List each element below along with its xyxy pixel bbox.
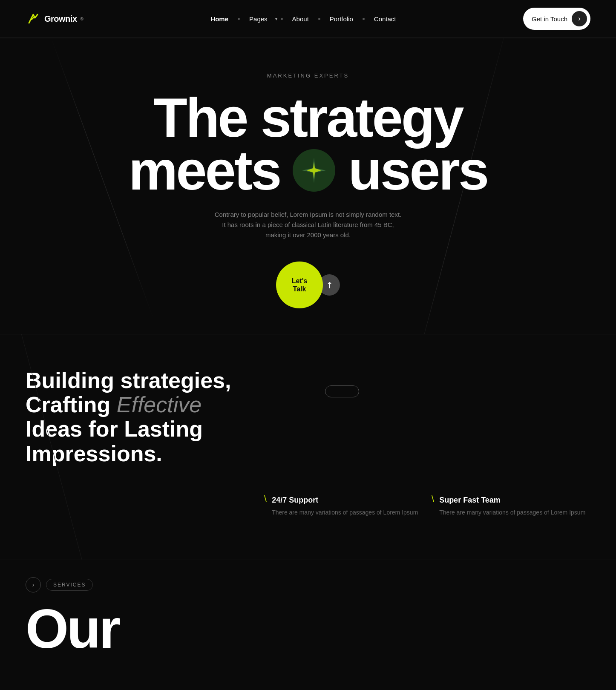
hero-subtitle: MARKETING EXPERTS [26, 72, 590, 79]
feature-slash-support: \ [264, 494, 267, 504]
hero-section: MARKETING EXPERTS The strategy meets use… [0, 38, 616, 334]
pages-chevron-icon: ▾ [275, 17, 277, 21]
get-in-touch-label: Get in Touch [532, 15, 567, 23]
services-tag: › SERVICES [26, 577, 590, 592]
our-heading: Our [26, 601, 590, 656]
strategies-title: Building strategies, Crafting Effective … [26, 368, 282, 466]
nav-link-about[interactable]: About [286, 13, 315, 25]
nav-item-about[interactable]: About [286, 13, 315, 25]
nav-link-pages[interactable]: Pages [243, 13, 273, 25]
feature-title-support: 24/7 Support [272, 496, 418, 505]
pill-decoration [325, 385, 359, 397]
hero-title-meets: meets [129, 144, 280, 197]
feature-content-support: 24/7 Support There are many variations o… [272, 496, 418, 517]
services-preview: › SERVICES Our [0, 560, 616, 665]
nav-links: Home Pages ▾ About Portfolio Contact [204, 13, 402, 25]
features-grid: \ 24/7 Support There are many variations… [264, 479, 590, 526]
nav-link-contact[interactable]: Contact [368, 13, 402, 25]
nav-dot-4 [363, 18, 365, 20]
strategies-line1: Building strategies, [26, 368, 231, 393]
lets-talk-button[interactable]: Let'sTalk [276, 262, 323, 308]
strategies-left: Building strategies, Crafting Effective … [26, 368, 308, 479]
nav-item-contact[interactable]: Contact [368, 13, 402, 25]
hero-title-users: users [348, 144, 487, 197]
nav-item-pages[interactable]: Pages ▾ [243, 13, 277, 25]
hero-description: Contrary to popular belief, Lorem Ipsum … [214, 210, 402, 240]
hero-cta: Let'sTalk ↗ [26, 262, 590, 308]
nav-link-home[interactable]: Home [204, 13, 234, 25]
hero-title-line1: The strategy [26, 92, 590, 144]
feature-slash-team: \ [432, 494, 434, 504]
nav-link-portfolio[interactable]: Portfolio [324, 13, 359, 25]
feature-desc-team: There are many variations of passages of… [439, 508, 585, 517]
get-in-touch-button[interactable]: Get in Touch › [523, 8, 590, 30]
hero-title: The strategy meets users [26, 92, 590, 197]
strategies-line2-start: Crafting [26, 392, 117, 417]
strategies-line4: Impressions. [26, 441, 162, 466]
strategies-highlight: Effective [117, 392, 201, 417]
feature-content-team: Super Fast Team There are many variation… [439, 496, 585, 517]
arrow-diagonal-icon: ↗ [323, 279, 336, 291]
nav-item-portfolio[interactable]: Portfolio [324, 13, 359, 25]
arrow-icon: › [572, 11, 587, 26]
feature-divider-support: \ 24/7 Support There are many variations… [264, 496, 423, 517]
logo-sup: ® [81, 17, 83, 21]
services-label: SERVICES [46, 579, 93, 591]
hero-title-line2: meets users [26, 144, 590, 197]
logo-text: Grownix [44, 14, 77, 24]
lets-talk-label: Let'sTalk [292, 277, 308, 293]
feature-card-team: \ Super Fast Team There are many variati… [432, 487, 590, 526]
navbar: Grownix® Home Pages ▾ About Portfolio Co… [0, 0, 616, 38]
feature-divider-team: \ Super Fast Team There are many variati… [432, 496, 590, 517]
feature-title-team: Super Fast Team [439, 496, 585, 505]
logo-icon [26, 11, 41, 26]
nav-dot-1 [238, 18, 240, 20]
strategies-section: Building strategies, Crafting Effective … [0, 334, 616, 560]
nav-dot-3 [318, 18, 320, 20]
strategies-right [308, 368, 590, 479]
services-arrow-icon[interactable]: › [26, 577, 41, 592]
feature-card-support: \ 24/7 Support There are many variations… [264, 487, 423, 526]
nav-item-home[interactable]: Home [204, 13, 234, 25]
logo: Grownix® [26, 11, 83, 26]
nav-dot-2 [281, 18, 283, 20]
feature-desc-support: There are many variations of passages of… [272, 508, 418, 517]
star-decoration [293, 149, 335, 192]
strategies-line3: Ideas for Lasting [26, 417, 203, 441]
